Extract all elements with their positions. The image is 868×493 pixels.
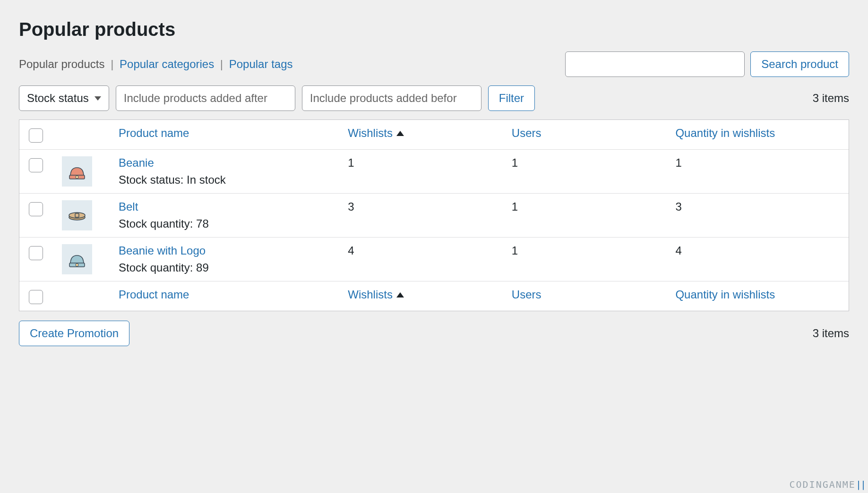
product-link[interactable]: Beanie with Logo xyxy=(119,244,348,257)
cell-quantity: 1 xyxy=(675,156,839,170)
beanie-logo-icon xyxy=(67,249,87,270)
page-title: Popular products xyxy=(19,19,849,40)
create-promotion-button[interactable]: Create Promotion xyxy=(19,321,129,346)
cell-users: 1 xyxy=(512,200,676,213)
table-header: Product name Wishlists Users Quantity in… xyxy=(19,120,849,150)
table-row: Beanie Stock status: In stock 1 1 1 xyxy=(19,150,849,194)
table-row: Belt Stock quantity: 78 3 1 3 xyxy=(19,194,849,238)
row-checkbox[interactable] xyxy=(29,246,43,260)
product-thumbnail xyxy=(62,156,92,187)
product-link[interactable]: Beanie xyxy=(119,156,348,170)
product-thumbnail xyxy=(62,244,92,274)
cell-wishlists: 3 xyxy=(348,200,512,213)
table-row: Beanie with Logo Stock quantity: 89 4 1 … xyxy=(19,238,849,281)
beanie-icon xyxy=(67,161,87,182)
stock-status-select[interactable]: Stock status xyxy=(19,85,109,111)
product-thumbnail xyxy=(62,200,92,230)
svg-point-1 xyxy=(76,176,78,178)
select-all-checkbox[interactable] xyxy=(29,128,43,143)
added-before-input[interactable] xyxy=(302,85,481,111)
table-footer-header: Product name Wishlists Users Quantity in… xyxy=(19,281,849,311)
cell-wishlists: 4 xyxy=(348,244,512,257)
breadcrumb-current: Popular products xyxy=(19,58,104,70)
column-users[interactable]: Users xyxy=(512,288,676,301)
item-count-bottom: 3 items xyxy=(813,327,849,340)
chevron-down-icon xyxy=(95,96,101,101)
cell-quantity: 4 xyxy=(675,244,839,257)
select-all-checkbox-bottom[interactable] xyxy=(29,290,43,304)
column-product-name[interactable]: Product name xyxy=(119,127,348,140)
stock-status-label: Stock status xyxy=(27,92,89,105)
cell-users: 1 xyxy=(512,156,676,170)
row-checkbox[interactable] xyxy=(29,158,43,172)
belt-icon xyxy=(67,205,87,226)
cell-quantity: 3 xyxy=(675,200,839,213)
stock-status: Stock quantity: 78 xyxy=(119,217,209,230)
added-after-input[interactable] xyxy=(116,85,295,111)
breadcrumb-separator: | xyxy=(111,58,113,70)
column-product-name[interactable]: Product name xyxy=(119,288,348,301)
item-count-top: 3 items xyxy=(813,92,849,105)
column-quantity[interactable]: Quantity in wishlists xyxy=(675,127,839,140)
svg-point-6 xyxy=(76,264,78,266)
column-wishlists[interactable]: Wishlists xyxy=(348,288,512,301)
sort-ascending-icon xyxy=(396,292,404,298)
sort-ascending-icon xyxy=(396,131,404,136)
breadcrumb-separator: | xyxy=(220,58,223,70)
column-quantity[interactable]: Quantity in wishlists xyxy=(675,288,839,301)
link-popular-tags[interactable]: Popular tags xyxy=(229,58,293,70)
search-product-button[interactable]: Search product xyxy=(750,51,849,77)
stock-status: Stock quantity: 89 xyxy=(119,261,209,274)
cell-users: 1 xyxy=(512,244,676,257)
breadcrumb: Popular products | Popular categories | … xyxy=(19,58,293,71)
column-users[interactable]: Users xyxy=(512,127,676,140)
row-checkbox[interactable] xyxy=(29,202,43,216)
cell-wishlists: 1 xyxy=(348,156,512,170)
search-input[interactable] xyxy=(565,51,745,77)
filter-button[interactable]: Filter xyxy=(488,85,535,111)
link-popular-categories[interactable]: Popular categories xyxy=(120,58,214,70)
column-wishlists[interactable]: Wishlists xyxy=(348,127,512,140)
product-link[interactable]: Belt xyxy=(119,200,348,213)
stock-status: Stock status: In stock xyxy=(119,173,226,186)
products-table: Product name Wishlists Users Quantity in… xyxy=(19,119,849,311)
